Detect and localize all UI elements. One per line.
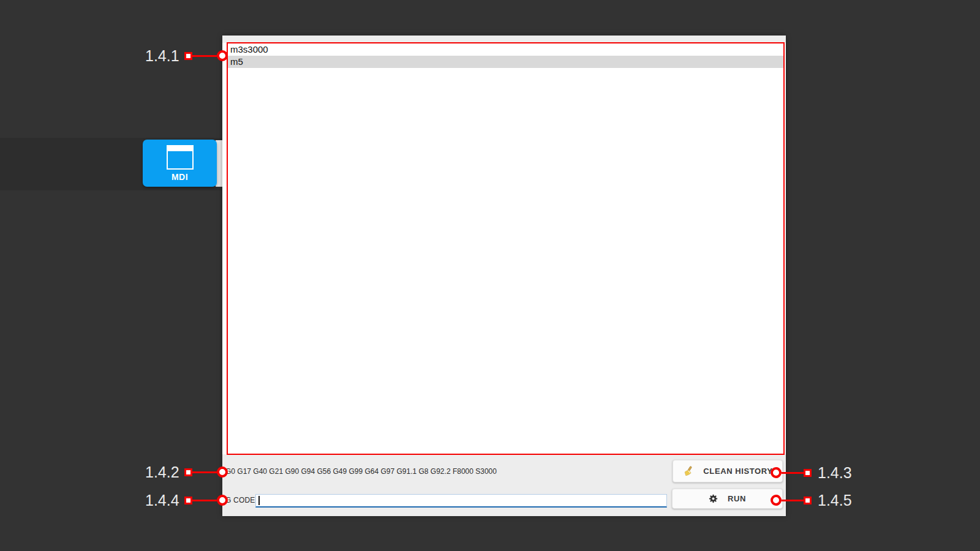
callout-1-4-1: 1.4.1 (145, 48, 228, 64)
callout-marker-square (184, 468, 192, 476)
callout-label: 1.4.4 (145, 492, 178, 509)
callout-line (192, 471, 217, 473)
callout-marker-circle (217, 467, 228, 478)
callout-marker-square (804, 469, 812, 477)
callout-1-4-5: 1.4.5 (771, 492, 852, 508)
window-icon (167, 145, 194, 170)
callout-marker-square (804, 497, 812, 504)
callout-label: 1.4.5 (818, 492, 852, 509)
mdi-history-list[interactable]: m3s3000 m5 (228, 43, 783, 68)
annotation-highlight-frame: m3s3000 m5 (227, 42, 785, 455)
callout-marker-square (184, 52, 192, 60)
text-caret (258, 496, 260, 505)
tab-mdi[interactable]: MDI (143, 140, 217, 187)
gcode-input[interactable] (255, 494, 667, 508)
gear-icon (709, 494, 718, 503)
callout-label: 1.4.2 (145, 463, 178, 481)
callout-marker-circle (771, 495, 782, 506)
clean-history-button[interactable]: CLEAN HISTORY (673, 460, 783, 482)
callout-1-4-3: 1.4.3 (771, 465, 852, 481)
history-item-selected[interactable]: m5 (228, 56, 783, 68)
history-item[interactable]: m3s3000 (228, 43, 783, 56)
callout-1-4-4: 1.4.4 (145, 492, 228, 508)
callout-marker-circle (217, 50, 228, 61)
broom-icon (682, 466, 693, 477)
modal-codes-status: G0 G17 G40 G21 G90 G94 G56 G49 G99 G64 G… (225, 467, 497, 476)
callout-1-4-2: 1.4.2 (145, 464, 228, 480)
tab-mdi-label: MDI (172, 172, 188, 182)
callout-line (782, 472, 804, 474)
callout-marker-circle (217, 495, 228, 506)
callout-line (192, 500, 217, 501)
clean-history-label: CLEAN HISTORY (703, 467, 772, 476)
callout-marker-square (184, 497, 192, 504)
callout-line (782, 500, 804, 501)
callout-label: 1.4.1 (145, 47, 178, 65)
run-button[interactable]: RUN (672, 489, 783, 509)
callout-marker-circle (771, 467, 782, 478)
desktop-background: MDI m3s3000 m5 G0 G17 G40 G21 G90 G94 G5… (0, 0, 980, 551)
callout-line (192, 55, 217, 57)
run-label: RUN (728, 494, 746, 503)
mdi-panel: m3s3000 m5 G0 G17 G40 G21 G90 G94 G56 G4… (222, 36, 786, 516)
callout-label: 1.4.3 (818, 464, 852, 482)
gcode-label: G CODE: (225, 495, 257, 505)
